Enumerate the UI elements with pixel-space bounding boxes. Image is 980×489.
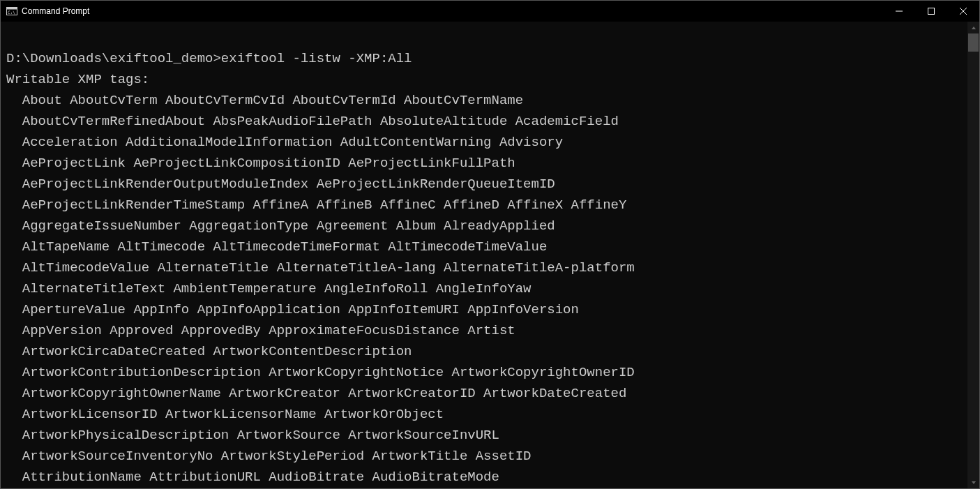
scrollbar-track[interactable] xyxy=(967,33,979,476)
svg-marker-7 xyxy=(972,27,976,29)
tag-output-line: AltTapeName AltTimecode AltTimecodeTimeF… xyxy=(6,236,967,257)
tag-output-line: Acceleration AdditionalModelInformation … xyxy=(6,132,967,153)
svg-text:C:\: C:\ xyxy=(8,10,15,15)
tag-output-line: AeProjectLinkRenderOutputModuleIndex AeP… xyxy=(6,174,967,195)
titlebar[interactable]: C:\ Command Prompt xyxy=(1,1,979,22)
output-header: Writable XMP tags: xyxy=(6,72,149,87)
tag-output-line: ArtworkContributionDescription ArtworkCo… xyxy=(6,362,967,383)
tag-output-line: AboutCvTermRefinedAbout AbsPeakAudioFile… xyxy=(6,111,967,132)
tag-output-line: ApertureValue AppInfo AppInfoApplication… xyxy=(6,299,967,320)
tag-output-line: AeProjectLink AeProjectLinkCompositionID… xyxy=(6,153,967,174)
cmd-icon: C:\ xyxy=(6,6,17,17)
tag-output-line: AlternateTitleText AmbientTemperature An… xyxy=(6,278,967,299)
tag-output-line: AeProjectLinkRenderTimeStamp AffineA Aff… xyxy=(6,195,967,216)
terminal-output[interactable]: D:\Downloads\exiftool_demo>exiftool -lis… xyxy=(1,22,967,488)
tag-output-line: AltTimecodeValue AlternateTitle Alternat… xyxy=(6,257,967,278)
tag-output-line: ArtworkCopyrightOwnerName ArtworkCreator… xyxy=(6,383,967,404)
tag-output-line: ArtworkPhysicalDescription ArtworkSource… xyxy=(6,425,967,446)
scrollbar-thumb[interactable] xyxy=(968,33,979,52)
tag-output-line: ArtworkLicensorID ArtworkLicensorName Ar… xyxy=(6,404,967,425)
tag-output-line: ArtworkCircaDateCreated ArtworkContentDe… xyxy=(6,341,967,362)
prompt: D:\Downloads\exiftool_demo> xyxy=(6,51,221,66)
scroll-up-arrow[interactable] xyxy=(967,22,979,33)
command-prompt-window: C:\ Command Prompt D:\Downloads\exiftool… xyxy=(0,0,980,489)
close-button[interactable] xyxy=(947,1,979,22)
maximize-button[interactable] xyxy=(915,1,947,22)
scroll-down-arrow[interactable] xyxy=(967,476,979,488)
svg-rect-4 xyxy=(928,8,935,15)
content-area: D:\Downloads\exiftool_demo>exiftool -lis… xyxy=(1,22,979,488)
tag-output-line: AppVersion Approved ApprovedBy Approxima… xyxy=(6,320,967,341)
minimize-button[interactable] xyxy=(883,1,915,22)
svg-marker-8 xyxy=(972,481,976,484)
tag-output-line: AggregateIssueNumber AggregationType Agr… xyxy=(6,216,967,236)
tag-output-line: About AboutCvTerm AboutCvTermCvId AboutC… xyxy=(6,90,967,111)
tag-output-line: AttributionName AttributionURL AudioBitr… xyxy=(6,467,967,488)
window-title: Command Prompt xyxy=(22,6,89,16)
tag-output-line: ArtworkSourceInventoryNo ArtworkStylePer… xyxy=(6,446,967,467)
entered-command: exiftool -listw -XMP:All xyxy=(221,51,412,66)
vertical-scrollbar[interactable] xyxy=(967,22,979,488)
